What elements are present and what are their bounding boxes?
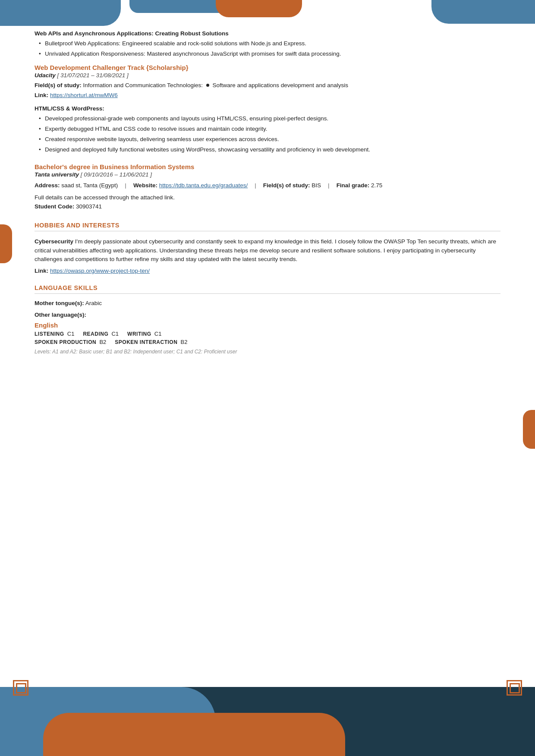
spoken-production-skill: SPOKEN PRODUCTION B2 (35, 339, 106, 345)
tanta-grade: Final grade: 2.75 (337, 181, 383, 190)
lang-skills-row-2: SPOKEN PRODUCTION B2 SPOKEN INTERACTION … (35, 339, 500, 345)
udacity-link-url[interactable]: https://shorturl.at/mwMW6 (50, 92, 118, 98)
other-language-label-row: Other language(s): (35, 312, 500, 318)
udacity-fields: Field(s) of study: Information and Commu… (35, 82, 500, 88)
tanta-institution: Tanta university [ 09/10/2016 – 11/06/20… (35, 171, 500, 178)
webapis-bullet-1: Bulletproof Web Applications: Engineered… (39, 39, 500, 48)
mother-tongue-label: Mother tongue(s): (35, 300, 84, 306)
spoken-interaction-skill: SPOKEN INTERACTION B2 (115, 339, 187, 345)
udacity-fields-label: Field(s) of study: (35, 82, 82, 88)
listening-skill: LISTENING C1 (35, 331, 74, 337)
udacity-html-bullet-1: Developed professional-grade web compone… (39, 114, 500, 123)
udacity-html-bullet-2: Expertly debugged HTML and CSS code to r… (39, 125, 500, 133)
udacity-html-title: HTML/CSS & WordPress: (35, 105, 500, 112)
tanta-full-details: Full details can be accessed through the… (35, 193, 500, 211)
tanta-dates-val: [ 09/10/2016 – 11/06/2021 ] (81, 171, 152, 178)
hobbies-section: HOBBIES AND INTERESTS Cybersecurity I'm … (35, 222, 500, 274)
page-wrapper: Web APIs and Asynchronous Applications: … (0, 0, 535, 756)
udacity-institution-name: Udacity (35, 72, 56, 79)
hobbies-link-url[interactable]: https://owasp.org/www-project-top-ten/ (50, 268, 150, 274)
other-language-label: Other language(s): (35, 312, 86, 318)
reading-skill: READING C1 (83, 331, 119, 337)
tanta-details-text: Full details can be accessed through the… (35, 193, 500, 202)
udacity-link: Link: https://shorturl.at/mwMW6 (35, 92, 500, 98)
tanta-fields-row: Address: saad st, Tanta (Egypt) | Websit… (35, 181, 500, 190)
language-title: LANGUAGE SKILLS (35, 284, 500, 294)
lang-skills-row-1: LISTENING C1 READING C1 WRITING C1 (35, 331, 500, 337)
mother-tongue-row: Mother tongue(s): Arabic (35, 300, 500, 306)
udacity-dates: [ 31/07/2021 – 31/08/2021 ] (57, 72, 129, 79)
hobbies-topic: Cybersecurity (35, 238, 73, 245)
hobbies-link: Link: https://owasp.org/www-project-top-… (35, 268, 500, 274)
webapis-bullet-2: Unrivaled Application Responsiveness: Ma… (39, 50, 500, 58)
udacity-title: Web Development Challenger Track {Schola… (35, 64, 500, 71)
english-name: English (35, 321, 500, 329)
tanta-fields: Field(s) of study: BIS (263, 181, 321, 190)
webapis-section: Web APIs and Asynchronous Applications: … (35, 30, 500, 59)
tanta-address-label: Address: saad st, Tanta (Egypt) (35, 181, 118, 190)
hobbies-description: Cybersecurity I'm deeply passionate abou… (35, 237, 500, 265)
corner-icon-bottom-left (13, 680, 28, 696)
tanta-institution-name: Tanta university (35, 171, 79, 178)
tanta-section: Bachelor's degree in Business Informatio… (35, 163, 500, 211)
tanta-address-value: saad st, Tanta (Egypt) (61, 182, 118, 189)
hobbies-text: I'm deeply passionate about cybersecurit… (35, 238, 496, 263)
lang-notes: Levels: A1 and A2: Basic user; B1 and B2… (35, 349, 500, 355)
main-content: Web APIs and Asynchronous Applications: … (0, 0, 535, 450)
udacity-html-bullets: Developed professional-grade web compone… (35, 114, 500, 154)
udacity-html-section: HTML/CSS & WordPress: Developed professi… (35, 105, 500, 154)
mother-tongue-value: Arabic (85, 300, 102, 306)
dot-icon (206, 84, 209, 87)
tanta-title: Bachelor's degree in Business Informatio… (35, 163, 500, 170)
tanta-website-url[interactable]: https://tdb.tanta.edu.eg/graduates/ (159, 182, 248, 189)
udacity-link-label: Link: (35, 92, 48, 98)
language-section: LANGUAGE SKILLS Mother tongue(s): Arabic… (35, 284, 500, 355)
tanta-website: Website: https://tdb.tanta.edu.eg/gradua… (133, 181, 248, 190)
tanta-student-code: Student Code: 30903741 (35, 202, 500, 211)
udacity-institution: Udacity [ 31/07/2021 – 31/08/2021 ] (35, 72, 500, 79)
hobbies-title: HOBBIES AND INTERESTS (35, 222, 500, 231)
webapis-title: Web APIs and Asynchronous Applications: … (35, 30, 500, 37)
udacity-html-bullet-4: Designed and deployed fully functional w… (39, 145, 500, 154)
writing-skill: WRITING C1 (127, 331, 161, 337)
udacity-fields-extra: Software and applications development an… (212, 82, 348, 88)
hobbies-link-label: Link: (35, 268, 48, 274)
udacity-html-bullet-3: Created responsive website layouts, deli… (39, 135, 500, 144)
udacity-fields-value: Information and Communication Technologi… (83, 82, 203, 88)
corner-icon-bottom-right (507, 680, 522, 696)
udacity-section: Web Development Challenger Track {Schola… (35, 64, 500, 154)
bottom-wave-orange (43, 713, 345, 756)
webapis-bullets: Bulletproof Web Applications: Engineered… (35, 39, 500, 59)
